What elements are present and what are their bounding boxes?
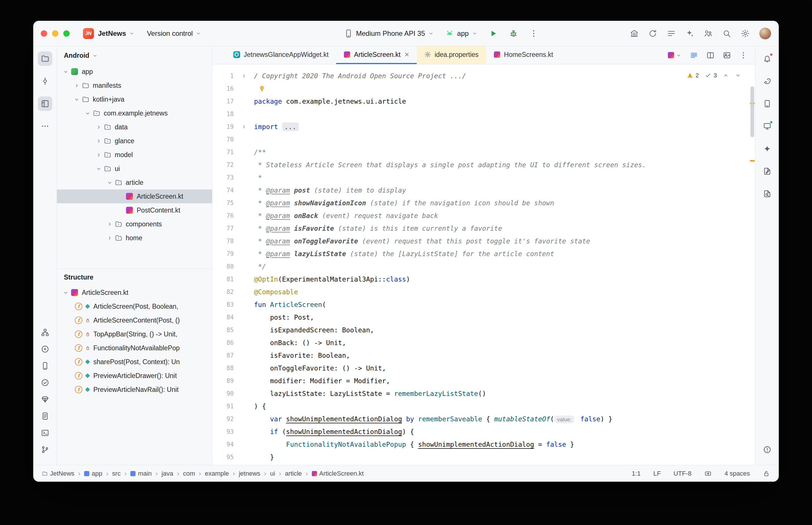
terminal-icon[interactable]: [38, 426, 52, 440]
tab-homescreens-kt[interactable]: HomeScreens.kt: [486, 46, 561, 64]
code-line[interactable]: 18: [212, 108, 755, 120]
design-view-icon[interactable]: [723, 51, 731, 59]
structure-root-item[interactable]: ArticleScreen.kt: [57, 286, 212, 299]
code-line[interactable]: 16: [212, 82, 755, 95]
app-quality-insights-icon[interactable]: [38, 392, 52, 407]
caret-position[interactable]: 1:1: [632, 470, 641, 477]
build-hierarchy-icon[interactable]: [38, 325, 52, 340]
breadcrumb-java[interactable]: java: [162, 470, 173, 477]
line-number[interactable]: 71: [212, 146, 234, 159]
tool-windows-icon[interactable]: [38, 96, 52, 111]
project-tree-item-data[interactable]: data: [57, 120, 212, 134]
chevron-down-icon[interactable]: [61, 69, 70, 75]
project-tree-item-kotlin-java[interactable]: kotlin+java: [57, 92, 212, 106]
chevron-right-icon[interactable]: [105, 221, 114, 227]
line-number[interactable]: 82: [212, 286, 234, 298]
code-line[interactable]: 92 var showUnimplementedActionDialog by …: [212, 412, 755, 425]
code-line[interactable]: 80 */: [212, 260, 755, 273]
chevron-right-icon[interactable]: [94, 124, 103, 130]
unlock-icon[interactable]: [763, 470, 770, 477]
line-number[interactable]: 17: [212, 95, 234, 108]
chevron-right-icon[interactable]: [94, 152, 103, 158]
line-number[interactable]: 16: [212, 82, 234, 95]
breadcrumb-example[interactable]: example: [205, 470, 229, 477]
line-number[interactable]: 72: [212, 159, 234, 171]
structure-item[interactable]: fPreviewArticleNavRail(): Unit: [57, 382, 212, 396]
line-number[interactable]: 94: [212, 438, 234, 451]
breadcrumb-jetnews[interactable]: jetnews: [239, 470, 260, 477]
code-line[interactable]: 71/**: [212, 146, 755, 159]
code-line[interactable]: 95 }: [212, 451, 755, 464]
zoom-window-button[interactable]: [63, 30, 70, 37]
project-tree-item-app[interactable]: app: [57, 65, 212, 78]
project-tree-item-ui[interactable]: ui: [57, 162, 212, 176]
chevron-right-icon[interactable]: [72, 82, 81, 89]
code-line[interactable]: 77 * @param isFavorite (state) is this i…: [212, 222, 755, 235]
project-tree-item-manifests[interactable]: manifests: [57, 78, 212, 92]
breadcrumb-ui[interactable]: ui: [270, 470, 275, 477]
logcat-icon[interactable]: [38, 409, 52, 423]
code-line[interactable]: 94 FunctionalityNotAvailablePopup { show…: [212, 438, 755, 451]
line-number[interactable]: 95: [212, 451, 234, 464]
tab-size-icon[interactable]: [704, 470, 712, 477]
gradle-icon[interactable]: [760, 74, 774, 88]
user-avatar[interactable]: [759, 27, 771, 40]
code-line[interactable]: 76 * @param onBack (event) request navig…: [212, 209, 755, 222]
breadcrumb-src[interactable]: src: [112, 470, 120, 477]
run-configuration[interactable]: app: [445, 29, 478, 38]
checks-icon[interactable]: [38, 375, 52, 390]
line-number[interactable]: 81: [212, 273, 234, 286]
line-number[interactable]: 77: [212, 222, 234, 235]
project-view-header[interactable]: Android: [57, 46, 212, 65]
line-number[interactable]: 75: [212, 197, 234, 209]
breadcrumb-main[interactable]: main: [130, 470, 152, 477]
more-actions-icon[interactable]: [529, 29, 538, 38]
project-tree-item-components[interactable]: components: [57, 217, 212, 231]
code-line[interactable]: 86 onBack: () -> Unit,: [212, 336, 755, 349]
hidden-tabs-dropdown[interactable]: [668, 52, 682, 58]
run-button[interactable]: [489, 29, 498, 38]
line-number[interactable]: 79: [212, 247, 234, 260]
structure-item[interactable]: fFunctionalityNotAvailablePop: [57, 341, 212, 355]
running-devices-icon[interactable]: [760, 119, 774, 133]
chevron-down-icon[interactable]: [61, 290, 70, 296]
close-window-button[interactable]: [41, 30, 47, 37]
breadcrumb-com[interactable]: com: [183, 470, 195, 477]
line-number[interactable]: 19: [212, 120, 234, 133]
chevron-down-icon[interactable]: [72, 96, 81, 103]
commit-icon[interactable]: [38, 74, 52, 88]
chevron-right-icon[interactable]: [105, 235, 114, 241]
line-number[interactable]: 88: [212, 362, 234, 375]
project-tree-item-com-example-jetnews[interactable]: com.example.jetnews: [57, 106, 212, 120]
sync-icon[interactable]: [648, 29, 658, 38]
tab-idea-properties[interactable]: idea.properties: [417, 46, 486, 64]
code-line[interactable]: 78 * @param onToggleFavorite (event) req…: [212, 235, 755, 247]
project-tree-item-home[interactable]: home: [57, 231, 212, 245]
structure-item[interactable]: fArticleScreenContent(Post, (): [57, 313, 212, 327]
project-tree-item-articlescreen-kt[interactable]: ArticleScreen.kt: [57, 190, 212, 203]
code-line[interactable]: 19import ...: [212, 120, 755, 133]
line-number[interactable]: 78: [212, 235, 234, 247]
code-line[interactable]: 85 isExpandedScreen: Boolean,: [212, 324, 755, 336]
notifications-icon[interactable]: [760, 51, 774, 66]
passed-indicator[interactable]: 3: [705, 72, 717, 79]
code-line[interactable]: 75 * @param showNavigationIcon (state) i…: [212, 197, 755, 209]
code-line[interactable]: 90 lazyListState: LazyListState = rememb…: [212, 387, 755, 400]
code-line[interactable]: 17package com.example.jetnews.ui.article: [212, 95, 755, 108]
fold-region-icon[interactable]: [234, 120, 254, 133]
minimize-window-button[interactable]: [52, 30, 58, 37]
line-number[interactable]: 92: [212, 412, 234, 425]
line-number[interactable]: 18: [212, 108, 234, 120]
project-tree-item-model[interactable]: model: [57, 148, 212, 162]
code-line[interactable]: 81@OptIn(ExperimentalMaterial3Api::class…: [212, 273, 755, 286]
warnings-indicator[interactable]: 2: [686, 72, 699, 79]
code-editor[interactable]: 1/ Copyright 2020 The Android Open Sourc…: [212, 64, 755, 465]
structure-item[interactable]: fsharePost(Post, Context): Un: [57, 355, 212, 369]
line-number[interactable]: 91: [212, 400, 234, 412]
previous-problem-button[interactable]: [723, 72, 729, 78]
breadcrumb-jetnews[interactable]: JetNews: [42, 470, 74, 477]
code-line[interactable]: 91) {: [212, 400, 755, 412]
chevron-down-icon[interactable]: [94, 166, 103, 172]
code-line[interactable]: 88 onToggleFavorite: () -> Unit,: [212, 362, 755, 375]
breadcrumb-article[interactable]: article: [285, 470, 302, 477]
